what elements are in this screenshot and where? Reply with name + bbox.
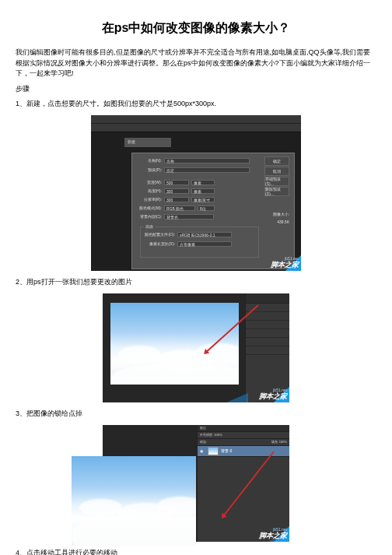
width-unit-select[interactable]: 像素 (191, 180, 215, 185)
figure-new-document-dialog: 新建 名称(N): 名称 预设(P): 自定 确定 取消 存储预设(S)... … (91, 115, 301, 271)
name-input[interactable]: 名称 (164, 158, 250, 163)
size-value: 439.5K (277, 220, 289, 224)
image-canvas (110, 303, 239, 385)
size-label: 图像大小: (273, 212, 289, 216)
save-preset-button[interactable]: 存储预设(S)... (264, 177, 289, 186)
watermark-name: 脚本之家 (259, 392, 287, 402)
res-label: 分辨率(R): (137, 197, 162, 202)
mode-select[interactable]: RGB 颜色 (164, 205, 195, 211)
watermark-name: 脚本之家 (259, 531, 287, 541)
layers-tab[interactable]: 图层 (198, 425, 289, 432)
figure-layer-lock: 图层 不透明度: 100% 锁定: 填充: 100% ◉ 背景 0 jb51.n… (103, 425, 289, 542)
width-label: 宽度(W): (137, 180, 162, 184)
advanced-label: 高级 (144, 224, 155, 229)
dialog-title: 新建 (124, 138, 171, 147)
step-2: 2、用ps打开一张我们想要更改的图片 (16, 277, 376, 287)
layer-row[interactable]: ◉ 背景 0 (198, 446, 289, 457)
aspect-select[interactable]: 方形像素 (177, 241, 232, 247)
ps-menubar (91, 115, 301, 124)
eye-icon[interactable]: ◉ (198, 447, 205, 455)
bits-select[interactable]: 8位 (198, 205, 215, 211)
bg-label: 背景内容(C): (137, 214, 162, 219)
name-label: 名称(N): (137, 158, 162, 163)
step-1: 1、新建，点击想要的尺寸。如图我们想要的尺寸是500px*300px. (16, 99, 376, 109)
mode-label: 颜色模式(M): (137, 205, 162, 210)
ok-button[interactable]: 确定 (264, 156, 289, 166)
page-title: 在ps中如何改变图像的像素大小？ (16, 20, 376, 37)
height-label: 高度(H): (137, 188, 162, 193)
delete-preset-button[interactable]: 删除预设(D)... (264, 187, 289, 196)
steps-header: 步骤 (16, 84, 376, 94)
layer-thumbnail (208, 447, 219, 455)
image-canvas-partial (72, 456, 196, 546)
aspect-label: 像素长宽比(X): (142, 241, 175, 246)
width-input[interactable]: 500 (164, 180, 189, 185)
res-unit-select[interactable]: 像素/英寸 (191, 197, 215, 202)
watermark: jb51.net 脚本之家 (227, 518, 289, 542)
watermark-name: 脚本之家 (271, 260, 299, 270)
profile-select[interactable]: sRGB IEC61966-2.1 (177, 232, 232, 237)
preset-label: 预设(P): (137, 167, 162, 172)
layer-name: 背景 0 (221, 448, 232, 453)
cancel-button[interactable]: 取消 (264, 167, 289, 176)
height-unit-select[interactable]: 像素 (191, 188, 215, 194)
opacity-row[interactable]: 不透明度: 100% (198, 432, 289, 439)
preset-select[interactable]: 自定 (164, 167, 250, 173)
profile-label: 颜色配置文件(O): (142, 232, 175, 237)
lock-row[interactable]: 锁定: 填充: 100% (198, 439, 289, 446)
watermark: jb51.net 脚本之家 (227, 379, 289, 402)
watermark: jb51.net 脚本之家 (239, 248, 301, 271)
height-input[interactable]: 300 (164, 188, 189, 194)
step-3: 3、把图像的锁给点掉 (16, 409, 376, 419)
figure-open-sky-image: jb51.net 脚本之家 (103, 293, 289, 402)
panel-header (246, 293, 289, 304)
bg-select[interactable]: 背景色 (164, 214, 214, 220)
ps-toolbar (91, 124, 301, 132)
step-4: 4、点击移动工具进行必要的移动 (16, 548, 376, 556)
intro-paragraph: 我们编辑图像时可能有很多目的,但是图像的尺寸或分辨率并不完全适合与所有用途,如电… (16, 47, 376, 79)
res-input[interactable]: 300 (164, 197, 189, 202)
